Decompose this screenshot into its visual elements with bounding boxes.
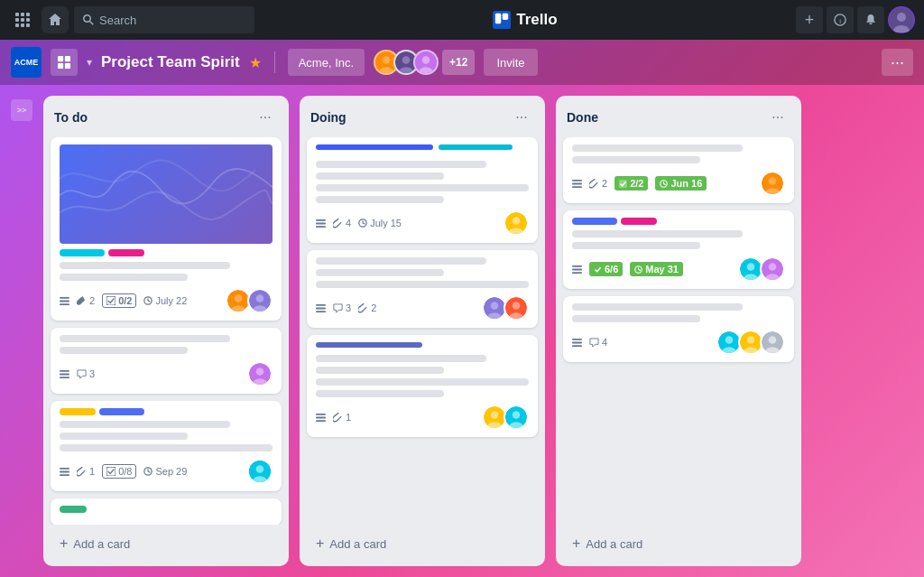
list-done-title: Done bbox=[567, 110, 598, 125]
card-labels bbox=[60, 249, 273, 256]
card-text-2 bbox=[572, 156, 700, 163]
card-done-3[interactable]: 4 bbox=[563, 296, 794, 362]
card-avatars bbox=[226, 288, 273, 313]
svg-rect-3 bbox=[15, 18, 19, 22]
card-labels bbox=[572, 218, 785, 225]
svg-rect-98 bbox=[572, 265, 582, 266]
board-chevron[interactable]: ▾ bbox=[87, 56, 92, 69]
add-card-todo-button[interactable]: + Add a card bbox=[51, 528, 282, 559]
card-text-1 bbox=[60, 262, 230, 269]
card-text-1 bbox=[60, 335, 230, 342]
card-text-4 bbox=[316, 390, 444, 397]
svg-rect-91 bbox=[619, 180, 627, 188]
svg-rect-89 bbox=[572, 182, 582, 184]
card-text-2 bbox=[60, 433, 188, 440]
card-todo-4[interactable] bbox=[51, 498, 282, 525]
workspace-button[interactable]: Acme, Inc. bbox=[288, 49, 365, 76]
home-button[interactable] bbox=[42, 6, 69, 33]
trello-icon bbox=[493, 11, 511, 29]
svg-line-57 bbox=[148, 471, 151, 472]
card-done-1[interactable]: 2 2/2 Jun 16 bbox=[563, 137, 794, 203]
svg-rect-12 bbox=[495, 14, 501, 23]
card-todo-1[interactable]: 2 0/2 bbox=[51, 137, 282, 321]
svg-rect-6 bbox=[15, 23, 19, 27]
svg-rect-79 bbox=[316, 413, 326, 414]
card-text-2 bbox=[316, 367, 444, 374]
card-avatars bbox=[760, 171, 785, 196]
label-pink bbox=[108, 249, 144, 256]
card-text-2 bbox=[60, 274, 188, 281]
card-avatars bbox=[482, 405, 529, 430]
user-avatar[interactable] bbox=[888, 6, 915, 33]
search-placeholder: Search bbox=[99, 14, 136, 27]
card-avatar-purple2 bbox=[247, 361, 273, 386]
collapse-sidebar-button[interactable]: >> bbox=[11, 99, 32, 121]
list-todo-menu[interactable]: ··· bbox=[253, 105, 278, 130]
card-text-2 bbox=[60, 347, 188, 354]
attachment-icon bbox=[77, 296, 87, 306]
notifications-button[interactable] bbox=[857, 6, 884, 33]
add-card-done-button[interactable]: + Add a card bbox=[563, 528, 794, 559]
info-button[interactable]: i bbox=[827, 6, 854, 33]
add-button[interactable]: + bbox=[796, 6, 823, 33]
svg-rect-71 bbox=[316, 307, 326, 309]
svg-point-105 bbox=[747, 263, 755, 271]
grid-menu-icon[interactable] bbox=[9, 6, 36, 33]
meta-attach: 1 bbox=[333, 412, 351, 423]
card-todo-2[interactable]: 3 bbox=[51, 328, 282, 394]
svg-point-114 bbox=[725, 336, 734, 344]
svg-point-68 bbox=[513, 217, 521, 225]
card-meta: 2 0/2 bbox=[60, 288, 273, 313]
add-card-doing-button[interactable]: + Add a card bbox=[307, 528, 538, 559]
svg-rect-4 bbox=[21, 18, 24, 22]
svg-point-108 bbox=[769, 263, 777, 271]
board-more-button[interactable]: ··· bbox=[882, 49, 913, 76]
card-avatar-purple bbox=[247, 288, 273, 313]
svg-rect-100 bbox=[572, 272, 582, 274]
svg-point-49 bbox=[256, 368, 264, 376]
meta-list bbox=[572, 338, 582, 348]
card-avatar-purple bbox=[760, 256, 785, 282]
sidebar-collapse: >> bbox=[11, 96, 32, 566]
search-bar[interactable]: Search bbox=[74, 6, 254, 33]
bar-1 bbox=[316, 144, 433, 150]
header-divider bbox=[274, 51, 275, 73]
meta-attach: 2 bbox=[589, 178, 607, 189]
meta-comment: 4 bbox=[589, 337, 607, 348]
card-meta: 3 bbox=[60, 361, 273, 386]
svg-rect-45 bbox=[60, 369, 69, 371]
card-doing-1[interactable]: 4 July 15 bbox=[307, 137, 538, 243]
board-view-button[interactable] bbox=[51, 49, 78, 76]
comment-icon bbox=[77, 369, 87, 379]
svg-point-120 bbox=[769, 336, 777, 344]
svg-point-40 bbox=[235, 294, 243, 302]
card-text-1 bbox=[316, 355, 486, 362]
member-avatar-3[interactable] bbox=[413, 50, 439, 75]
meta-list bbox=[316, 219, 326, 228]
list-doing: Doing ··· 4 bbox=[300, 96, 545, 566]
card-text-1 bbox=[316, 257, 486, 265]
list-doing-menu[interactable]: ··· bbox=[509, 105, 534, 130]
card-text-1 bbox=[572, 144, 743, 152]
card-done-2[interactable]: 6/6 May 31 bbox=[563, 210, 794, 289]
card-avatars bbox=[247, 459, 273, 484]
board-star-icon[interactable]: ★ bbox=[249, 54, 262, 71]
meta-list bbox=[572, 179, 582, 189]
meta-date-done: Jun 16 bbox=[655, 176, 707, 191]
card-bar-single bbox=[316, 342, 529, 348]
card-text-4 bbox=[316, 196, 444, 203]
member-count-badge[interactable]: +12 bbox=[442, 50, 475, 75]
card-doing-2[interactable]: 3 2 bbox=[307, 250, 538, 328]
meta-list bbox=[60, 467, 69, 477]
card-doing-3[interactable]: 1 bbox=[307, 335, 538, 437]
list-done-header: Done ··· bbox=[556, 96, 801, 137]
svg-rect-53 bbox=[60, 474, 69, 476]
list-doing-cards: 4 July 15 bbox=[300, 137, 545, 525]
svg-rect-112 bbox=[572, 345, 582, 347]
svg-rect-81 bbox=[316, 420, 326, 422]
meta-list bbox=[572, 265, 582, 275]
meta-attach: 2 bbox=[358, 302, 376, 313]
invite-button[interactable]: Invite bbox=[484, 49, 537, 76]
card-todo-3[interactable]: 1 0/8 Sep 29 bbox=[51, 401, 282, 491]
list-done-menu[interactable]: ··· bbox=[765, 105, 790, 130]
